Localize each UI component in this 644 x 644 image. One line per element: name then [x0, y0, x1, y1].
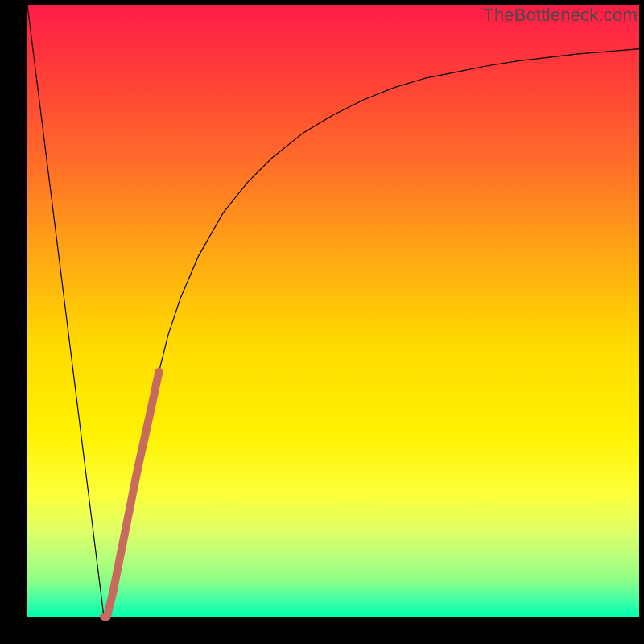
chart-frame: TheBottleneck.com — [0, 0, 644, 644]
bottleneck-curve — [27, 5, 639, 617]
plot-area — [27, 5, 639, 617]
highlight-segment — [104, 372, 159, 617]
plot-svg — [27, 5, 639, 617]
